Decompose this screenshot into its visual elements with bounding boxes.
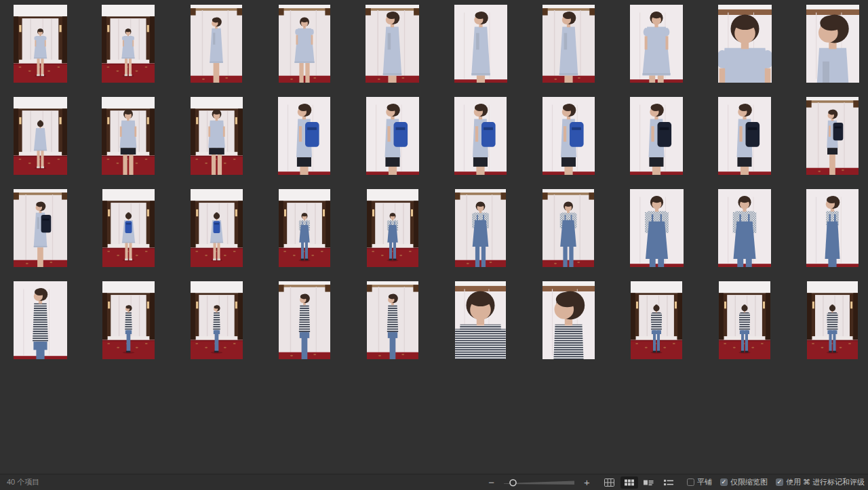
photo-thumbnail[interactable] [191, 281, 243, 359]
photo-thumbnail[interactable] [542, 189, 594, 267]
checkbox-use-cmd-rating[interactable]: ✓ 使用 ⌘ 进行标记和评级 [776, 477, 865, 487]
checkbox-thumbnails-only[interactable]: ✓ 仅限缩览图 [720, 477, 768, 487]
photo-thumbnail[interactable] [366, 97, 419, 175]
thumbnail-image [542, 97, 595, 175]
photo-thumbnail[interactable] [806, 97, 859, 175]
checkbox-tile[interactable]: 平铺 [687, 477, 712, 487]
photo-thumbnail[interactable] [14, 189, 67, 267]
thumbnail-image [630, 97, 683, 175]
thumbnail-image [807, 281, 858, 359]
photo-thumbnail[interactable] [630, 189, 684, 267]
photo-thumbnail[interactable] [455, 189, 506, 267]
checkbox-thumbnails-only-box[interactable]: ✓ [720, 478, 728, 486]
checkbox-thumbnails-only-label: 仅限缩览图 [730, 477, 768, 487]
status-bar: 40 个项目 − + [0, 474, 868, 490]
thumbnail-size-slider[interactable] [498, 477, 580, 488]
thumbnail-image [14, 5, 67, 83]
photo-thumbnail[interactable] [367, 189, 418, 267]
zoom-in-button[interactable]: + [583, 477, 591, 487]
zoom-out-button[interactable]: − [487, 477, 496, 487]
thumbnail-image [366, 5, 419, 83]
photo-thumbnail[interactable] [542, 5, 595, 83]
thumbnail-image [630, 189, 684, 267]
photo-thumbnail[interactable] [102, 281, 155, 359]
photo-thumbnail[interactable] [278, 97, 330, 175]
thumbnail-image [806, 5, 859, 83]
thumbnail-info-view-button[interactable] [640, 476, 658, 489]
list-view-button[interactable] [660, 476, 677, 489]
photo-thumbnail[interactable] [454, 97, 507, 175]
thumbnail-image [367, 189, 418, 267]
thumbnail-image [454, 97, 507, 175]
status-bar-controls: − + [487, 476, 865, 489]
thumbnail-grid [0, 0, 868, 474]
photo-thumbnail[interactable] [102, 5, 155, 83]
thumbnail-image [279, 5, 330, 83]
photo-thumbnail[interactable] [630, 97, 683, 175]
thumbnail-image [366, 97, 419, 175]
thumbnail-image [279, 281, 330, 359]
photo-thumbnail[interactable] [279, 281, 330, 359]
photo-thumbnail[interactable] [191, 97, 243, 175]
photo-thumbnail[interactable] [806, 5, 859, 83]
thumbnail-image [14, 281, 67, 359]
thumbnail-image [191, 97, 243, 175]
grid-lines-icon [604, 478, 614, 487]
thumbnail-image [279, 189, 330, 267]
thumbnail-image [455, 189, 506, 267]
photo-thumbnail[interactable] [455, 281, 506, 359]
display-option-checkboxes: 平铺 ✓ 仅限缩览图 ✓ 使用 ⌘ 进行标记和评级 [687, 477, 865, 487]
checkbox-tile-label: 平铺 [697, 477, 712, 487]
photo-thumbnail[interactable] [102, 189, 155, 267]
checkbox-use-cmd-rating-box[interactable]: ✓ [776, 478, 783, 486]
thumbnail-image [102, 281, 155, 359]
photo-thumbnail[interactable] [191, 5, 242, 83]
photo-thumbnail[interactable] [542, 281, 595, 359]
grid-lines-view-button[interactable] [601, 476, 618, 489]
photo-thumbnail[interactable] [14, 281, 67, 359]
thumbnail-image [454, 5, 507, 83]
photo-thumbnail[interactable] [366, 5, 419, 83]
thumbnail-image [102, 5, 155, 83]
thumbnail-zoom-control: − + [487, 477, 591, 488]
photo-thumbnail[interactable] [279, 5, 330, 83]
thumbnail-image [367, 281, 418, 359]
thumbnail-image [719, 281, 770, 359]
photo-browser-window: 40 个项目 − + [0, 0, 868, 490]
photo-thumbnail[interactable] [631, 281, 682, 359]
thumbnail-info-icon [644, 478, 654, 487]
item-count: 40 个项目 [7, 477, 39, 487]
photo-thumbnail[interactable] [191, 189, 243, 267]
photo-thumbnail[interactable] [718, 189, 771, 267]
photo-thumbnail[interactable] [14, 97, 67, 175]
photo-thumbnail[interactable] [807, 281, 858, 359]
thumbnail-image [631, 281, 682, 359]
photo-thumbnail[interactable] [806, 189, 859, 267]
checkbox-tile-box[interactable] [687, 478, 694, 486]
thumbnail-image [14, 189, 67, 267]
thumbnail-image [191, 189, 243, 267]
photo-thumbnail[interactable] [630, 5, 683, 83]
photo-thumbnail[interactable] [718, 97, 771, 175]
thumbnail-image [718, 189, 771, 267]
thumbnail-image [542, 189, 594, 267]
photo-thumbnail[interactable] [279, 189, 330, 267]
thumbnail-image [14, 97, 67, 175]
thumbnail-grid-view-button[interactable] [620, 476, 638, 489]
thumbnail-image [278, 97, 330, 175]
photo-thumbnail[interactable] [102, 97, 155, 175]
thumbnail-image [718, 5, 772, 83]
photo-thumbnail[interactable] [454, 5, 507, 83]
thumbnail-image [542, 5, 595, 83]
thumbnail-image [630, 5, 683, 83]
photo-thumbnail[interactable] [14, 5, 67, 83]
photo-thumbnail[interactable] [367, 281, 418, 359]
photo-thumbnail[interactable] [718, 5, 772, 83]
view-mode-buttons [601, 476, 677, 489]
photo-thumbnail[interactable] [542, 97, 595, 175]
thumbnail-image [102, 97, 155, 175]
checkbox-use-cmd-rating-label: 使用 ⌘ 进行标记和评级 [786, 477, 865, 487]
photo-thumbnail[interactable] [719, 281, 770, 359]
thumbnail-image [455, 281, 506, 359]
slider-knob [510, 479, 516, 485]
